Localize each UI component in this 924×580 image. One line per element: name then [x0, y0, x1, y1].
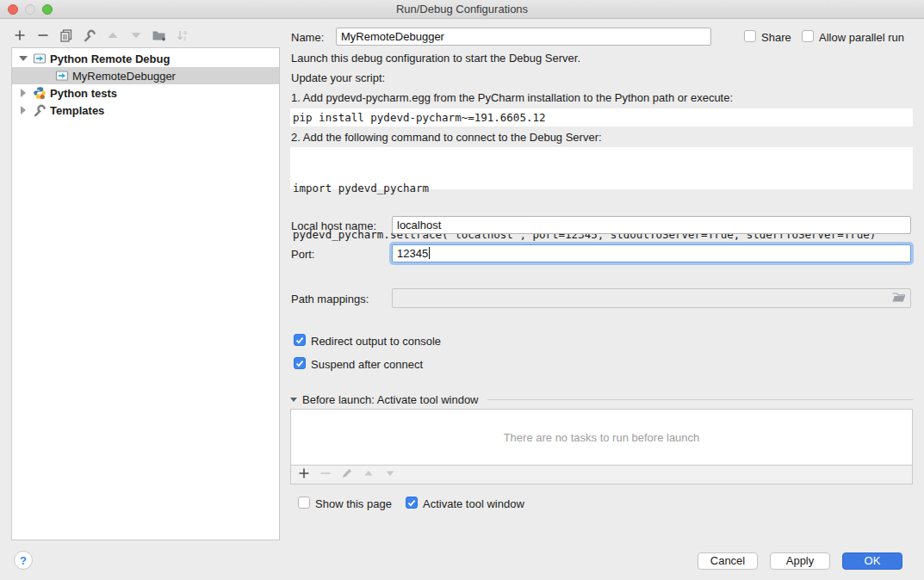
tree-item-label: Templates	[50, 104, 104, 117]
pip-install-code: pip install pydevd-pycharm~=191.6605.12	[290, 108, 913, 126]
add-icon	[13, 28, 27, 45]
copy-icon	[59, 28, 73, 45]
path-mappings-input[interactable]	[392, 288, 911, 308]
before-launch-toolbar	[290, 466, 913, 484]
chevron-expanded-icon[interactable]	[19, 56, 28, 61]
port-input[interactable]	[392, 244, 911, 262]
new-folder-icon	[152, 28, 167, 45]
add-configuration-button[interactable]	[12, 28, 28, 44]
activate-tool-window-label: Activate tool window	[423, 497, 524, 510]
share-label: Share	[761, 31, 791, 44]
settrace-code: import pydevd_pycharm pydevd_pycharm.set…	[290, 147, 913, 189]
description-text: Launch this debug configuration to start…	[291, 52, 580, 65]
remote-debug-config-icon	[33, 52, 47, 65]
remove-icon	[36, 28, 50, 45]
name-label: Name:	[291, 31, 324, 44]
local-host-name-input[interactable]	[392, 216, 911, 234]
configurations-toolbar: az	[12, 27, 190, 46]
edit-task-button[interactable]	[341, 467, 353, 482]
help-question-icon: ?	[20, 554, 27, 567]
text-caret	[429, 247, 430, 259]
redirect-output-checkbox[interactable]	[294, 334, 306, 346]
allow-parallel-run-label: Allow parallel run	[819, 31, 904, 44]
local-host-name-label: Local host name:	[291, 219, 376, 232]
before-launch-title: Before launch: Activate tool window	[302, 393, 479, 406]
apply-button[interactable]: Apply	[770, 552, 830, 570]
templates-wrench-icon	[33, 103, 47, 117]
before-launch-tasks-list[interactable]: There are no tasks to run before launch	[290, 409, 913, 466]
move-task-up-button[interactable]	[363, 467, 375, 482]
python-tests-icon	[33, 86, 47, 100]
remove-task-button[interactable]	[319, 467, 332, 482]
tree-item-label: MyRemoteDebugger	[72, 70, 176, 83]
activate-tool-window-checkbox[interactable]	[406, 497, 418, 509]
step2-text: 2. Add the following command to connect …	[291, 131, 602, 144]
suspend-after-connect-label: Suspend after connect	[311, 358, 423, 371]
port-label: Port:	[291, 248, 314, 261]
remove-configuration-button[interactable]	[35, 28, 51, 44]
allow-parallel-run-checkbox[interactable]	[802, 30, 814, 42]
titlebar: Run/Debug Configurations	[0, 0, 924, 19]
chevron-collapsed-icon[interactable]	[19, 106, 28, 114]
show-this-page-label: Show this page	[315, 497, 392, 510]
tree-item-myremotedebugger[interactable]: MyRemoteDebugger	[12, 67, 279, 84]
suspend-after-connect-checkbox[interactable]	[294, 357, 306, 369]
before-launch-header[interactable]: Before launch: Activate tool window	[290, 392, 913, 406]
no-tasks-placeholder: There are no tasks to run before launch	[504, 431, 700, 444]
configurations-tree: Python Remote Debug MyRemoteDebugger Pyt…	[11, 47, 280, 540]
svg-text:z: z	[183, 35, 186, 41]
section-divider	[487, 399, 913, 400]
run-debug-configurations-dialog: Run/Debug Configurations az	[0, 0, 924, 580]
share-checkbox[interactable]	[744, 30, 756, 42]
add-task-button[interactable]	[298, 467, 310, 482]
sort-configurations-button[interactable]: az	[175, 28, 190, 44]
new-folder-button[interactable]	[152, 28, 167, 44]
svg-text:a: a	[183, 29, 187, 35]
move-up-button[interactable]	[105, 28, 121, 44]
sort-alphabetically-icon: az	[176, 28, 189, 45]
collapse-section-icon[interactable]	[290, 398, 297, 402]
tree-item-templates[interactable]: Templates	[12, 102, 279, 119]
window-title: Run/Debug Configurations	[0, 3, 924, 15]
show-this-page-checkbox[interactable]	[298, 497, 310, 509]
update-script-text: Update your script:	[291, 71, 385, 84]
tree-item-label: Python tests	[50, 87, 117, 100]
tree-item-python-tests[interactable]: Python tests	[12, 84, 279, 102]
edit-templates-button[interactable]	[82, 28, 97, 44]
ok-button[interactable]: OK	[842, 552, 902, 570]
browse-folder-icon[interactable]	[891, 291, 906, 306]
step1-text: 1. Add pydevd-pycharm.egg from the PyCha…	[291, 91, 733, 104]
move-down-button[interactable]	[128, 28, 144, 44]
redirect-output-label: Redirect output to console	[311, 335, 441, 348]
tree-item-python-remote-debug[interactable]: Python Remote Debug	[12, 50, 279, 67]
move-up-icon	[106, 28, 120, 45]
settrace-code-line1: import pydevd_pycharm	[293, 181, 913, 196]
copy-configuration-button[interactable]	[59, 28, 74, 44]
name-input[interactable]	[336, 28, 711, 46]
move-down-icon	[129, 28, 143, 45]
chevron-collapsed-icon[interactable]	[19, 89, 28, 97]
remote-debug-config-icon	[55, 69, 69, 83]
path-mappings-label: Path mappings:	[291, 293, 369, 305]
cancel-button[interactable]: Cancel	[698, 552, 758, 570]
move-task-down-button[interactable]	[384, 467, 396, 482]
wrench-icon	[83, 28, 96, 45]
help-button[interactable]: ?	[14, 551, 33, 570]
tree-item-label: Python Remote Debug	[50, 52, 170, 65]
